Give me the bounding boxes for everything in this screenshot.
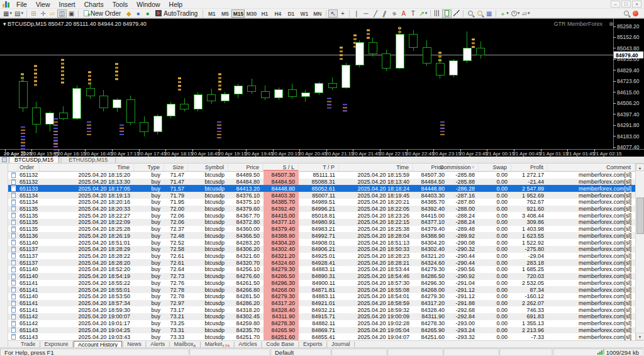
candlestick-button[interactable] <box>442 9 452 18</box>
watermark-close-icon[interactable]: ⊗ <box>609 21 614 27</box>
header-close_time[interactable]: Time <box>339 164 413 171</box>
header-size[interactable]: Size <box>164 164 188 171</box>
text-label-button[interactable]: T <box>408 9 418 18</box>
status-profile[interactable]: Default <box>270 348 331 356</box>
header-symbol[interactable]: Symbol <box>188 164 228 171</box>
templates-button[interactable]: ▱▾ <box>521 9 531 18</box>
candlestick-chart[interactable]: 85258.2085152.6085043.8084935.0084829.40… <box>0 19 644 157</box>
timeframe-w1[interactable]: W1 <box>297 9 311 18</box>
header-profit[interactable]: Profit <box>511 164 548 171</box>
header-order[interactable]: Order <box>18 164 40 171</box>
vertical-line-button[interactable]: | <box>352 9 361 18</box>
expert-advisor-button[interactable]: ● <box>133 9 143 18</box>
tab-market[interactable]: Market123 <box>201 341 233 348</box>
tab-experts[interactable]: Experts <box>299 341 326 348</box>
line-chart-button[interactable] <box>452 9 461 18</box>
timeframe-d1[interactable]: D1 <box>284 9 297 18</box>
shapes-button[interactable]: ↗▾ <box>418 9 428 18</box>
table-row[interactable]: 6511402025.04.20 18:52:20buy72.64btcusdp… <box>8 266 635 273</box>
terminal-panel-button[interactable]: ◫ <box>57 9 67 18</box>
data-folder-button[interactable]: ▱ <box>48 9 57 18</box>
table-row[interactable]: 6511422025.04.20 19:00:07buy73.21btcusdp… <box>8 313 635 320</box>
tab-exposure[interactable]: Exposure <box>41 341 72 348</box>
strategy-tester-button[interactable]: ▣ <box>67 9 76 18</box>
table-row[interactable]: 6511342025.04.20 18:20:16buy71.95btcusdp… <box>8 199 635 206</box>
header-time[interactable]: Time <box>40 164 134 171</box>
indicators-list-button[interactable]: ＋▾ <box>498 9 510 18</box>
scroll-down-icon[interactable]: ▼ <box>636 333 644 340</box>
table-row[interactable]: 6511402025.04.20 18:53:50buy72.78btcusdp… <box>8 293 635 300</box>
header-comment[interactable]: Comment <box>548 164 635 171</box>
timeframe-mn[interactable]: MN <box>311 9 324 18</box>
cursor-button[interactable]: ↖ <box>328 9 338 18</box>
table-row[interactable]: 6511342025.04.20 18:19:13buy71.79btcusdp… <box>8 192 635 199</box>
table-row[interactable]: 6511422025.04.20 19:01:17buy73.25btcusdp… <box>8 320 635 327</box>
table-row[interactable]: 6511352025.04.20 18:22:09buy72.06btcusdp… <box>8 219 635 226</box>
table-row[interactable]: 6511412025.04.20 18:59:30buy73.17btcusdp… <box>8 306 635 313</box>
menu-file[interactable]: File <box>12 1 31 8</box>
restore-icon[interactable]: □ <box>621 1 631 8</box>
table-row[interactable]: 6511402025.04.20 18:51:01buy72.52btcusdp… <box>8 239 635 246</box>
zoom-in-button[interactable] <box>465 9 475 18</box>
horizontal-line-button[interactable]: ─ <box>361 9 370 18</box>
indicator-button[interactable]: ◆ <box>124 9 133 18</box>
table-row[interactable]: 6511362025.04.20 18:26:19buy72.48btcusdp… <box>8 232 635 239</box>
header-type[interactable]: Type <box>134 164 164 171</box>
header-commission[interactable]: Commission▿ <box>448 164 479 171</box>
navigator-button[interactable]: ✛ <box>38 9 48 18</box>
menu-insert[interactable]: Insert <box>55 1 80 8</box>
timeframe-h4[interactable]: H4 <box>271 9 284 18</box>
zoom-out-button[interactable] <box>475 9 484 18</box>
tab-mailbox[interactable]: Mailbox6 <box>170 341 200 348</box>
table-row[interactable]: 6511372025.04.20 18:28:20buy72.61btcusdp… <box>8 259 635 266</box>
table-scrollbar[interactable]: ▲ ▼ <box>635 164 644 340</box>
trendline-button[interactable]: ╱ <box>370 9 380 18</box>
tab-alerts[interactable]: Alerts <box>147 341 169 348</box>
table-row[interactable]: 6511402025.04.20 18:54:19buy72.73btcusdp… <box>8 273 635 280</box>
scrollbar-track[interactable] <box>636 171 644 333</box>
search-icon[interactable] <box>624 11 629 16</box>
table-row[interactable]: 6511432025.04.20 19:03:43buy73.33btcusdp… <box>8 333 635 340</box>
menu-window[interactable]: Window <box>132 1 164 8</box>
menu-help[interactable]: Help <box>165 1 187 8</box>
timeframe-m30[interactable]: M30 <box>245 9 258 18</box>
text-button[interactable]: A <box>399 9 408 18</box>
table-row[interactable]: 6511412025.04.20 18:57:34buy72.97btcusdp… <box>8 300 635 307</box>
autotrading-button[interactable]: AutoTrading <box>152 9 201 18</box>
table-row[interactable]: 6511322025.04.20 18:15:20buy71.47btcusdp… <box>8 172 635 179</box>
table-row[interactable]: 6511352025.04.20 18:22:27buy72.06btcusdp… <box>8 212 635 219</box>
market-watch-button[interactable]: ⊞ <box>29 9 38 18</box>
menu-charts[interactable]: Charts <box>80 1 108 8</box>
menu-tools[interactable]: Tools <box>108 1 133 8</box>
notification-icon[interactable] <box>633 11 638 16</box>
tab-journal[interactable]: Journal <box>328 341 354 348</box>
table-row[interactable]: 6511372025.04.20 18:28:22buy72.61btcusdp… <box>8 253 635 260</box>
script-button[interactable]: ● <box>143 9 152 18</box>
table-row[interactable]: 6511432025.04.20 19:04:25buy73.31btcusdp… <box>8 327 635 334</box>
header-tp[interactable]: T / P <box>299 164 339 171</box>
table-row[interactable]: 6511332025.04.20 18:17:05buy71.57btcusdp… <box>8 185 635 192</box>
timeframe-m5[interactable]: M5 <box>218 9 231 18</box>
table-row[interactable]: 6511352025.04.20 18:25:28buy72.37btcusdp… <box>8 226 635 233</box>
timeframe-m1[interactable]: M1 <box>205 9 218 18</box>
table-row[interactable]: 6511412025.04.20 18:55:22buy72.76btcusdp… <box>8 280 635 287</box>
table-row[interactable]: 6511322025.04.20 18:13:30buy71.47btcusdp… <box>8 179 635 186</box>
chart-area[interactable]: 85258.2085152.6085043.8084935.0084829.40… <box>0 18 644 156</box>
table-row[interactable]: 6511412025.04.20 18:55:01buy72.78btcusdp… <box>8 286 635 293</box>
tab-code-base[interactable]: Code Base <box>262 341 298 348</box>
timeframe-h1[interactable]: H1 <box>258 9 271 18</box>
scrollbar-thumb[interactable] <box>636 197 644 234</box>
header-swap[interactable]: Swap <box>479 164 511 171</box>
table-row[interactable]: 6511372025.04.20 18:28:29buy72.58btcusdp… <box>8 246 635 253</box>
tile-windows-button[interactable]: ▦ <box>484 9 494 18</box>
header-price[interactable]: Price <box>228 164 264 171</box>
tab-articles[interactable]: Articles <box>235 341 261 348</box>
scroll-up-icon[interactable]: ▲ <box>636 164 644 171</box>
tab-trade[interactable]: Trade <box>17 341 39 348</box>
timeframe-m15[interactable]: M15 <box>231 9 245 18</box>
bar-chart-button[interactable] <box>433 9 442 18</box>
channel-button[interactable]: ∥ <box>380 9 389 18</box>
profiles-button[interactable]: ▤▾ <box>13 9 25 18</box>
menu-view[interactable]: View <box>31 1 55 8</box>
tab-news[interactable]: News <box>123 341 145 348</box>
